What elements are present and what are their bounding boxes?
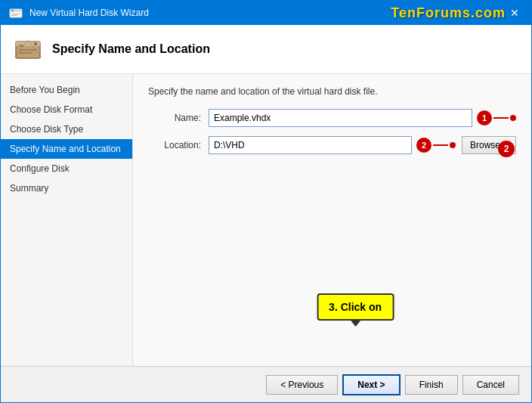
finish-button[interactable]: Finish: [405, 375, 458, 395]
svg-rect-10: [19, 52, 32, 54]
sidebar-item-choose-disk-type[interactable]: Choose Disk Type: [1, 119, 132, 139]
location-row: Location: 2 Browse...: [148, 136, 516, 154]
svg-rect-4: [11, 15, 17, 16]
header-section: Specify Name and Location: [1, 25, 531, 74]
annotation-2-browse-circle: 2: [498, 141, 515, 157]
svg-rect-3: [11, 14, 20, 14]
browse-annotation-group: 2: [498, 141, 515, 157]
close-button[interactable]: ✕: [506, 4, 524, 22]
footer: < Previous Next > Finish Cancel: [1, 366, 531, 402]
sidebar-item-choose-disk-format[interactable]: Choose Disk Format: [1, 100, 132, 119]
callout-container: 3. Click on: [317, 293, 394, 321]
content-area: Before You Begin Choose Disk Format Choo…: [1, 74, 531, 366]
annotation-2-line: [433, 144, 448, 146]
location-input[interactable]: [209, 136, 412, 154]
sidebar-item-summary[interactable]: Summary: [1, 178, 132, 198]
app-icon: [8, 5, 23, 20]
title-bar-title: New Virtual Hard Disk Wizard: [29, 8, 391, 18]
name-input[interactable]: [209, 109, 472, 127]
sidebar-item-specify-name[interactable]: Specify Name and Location: [1, 139, 132, 159]
callout-box: 3. Click on: [317, 293, 394, 321]
annotation-2-circle-inline: 2: [416, 138, 431, 153]
sidebar-item-before-you-begin[interactable]: Before You Begin: [1, 80, 132, 100]
callout-text: 3. Click on: [329, 301, 382, 313]
annotation-1-line: [493, 117, 509, 119]
title-bar: New Virtual Hard Disk Wizard TenForums.c…: [1, 1, 531, 25]
header-title: Specify Name and Location: [52, 42, 210, 56]
watermark: TenForums.com: [391, 5, 506, 21]
previous-button[interactable]: < Previous: [266, 375, 338, 395]
svg-rect-9: [19, 49, 37, 51]
annotation-2-dot: [450, 142, 456, 148]
svg-rect-2: [11, 10, 14, 11]
annotation-1-circle: 1: [477, 110, 492, 126]
location-label: Location:: [148, 140, 201, 150]
sidebar: Before You Begin Choose Disk Format Choo…: [1, 74, 133, 366]
name-label: Name:: [148, 113, 201, 123]
cancel-button[interactable]: Cancel: [462, 375, 519, 395]
header-icon: [13, 34, 43, 64]
name-row: Name: 1: [148, 109, 516, 127]
wizard-window: New Virtual Hard Disk Wizard TenForums.c…: [0, 0, 532, 403]
main-content: Specify the name and location of the vir…: [133, 74, 531, 366]
svg-point-8: [34, 42, 37, 45]
sidebar-item-configure-disk[interactable]: Configure Disk: [1, 159, 132, 178]
annotation-1-dot: [510, 115, 516, 121]
instruction-text: Specify the name and location of the vir…: [148, 86, 516, 97]
next-button[interactable]: Next >: [342, 374, 400, 395]
